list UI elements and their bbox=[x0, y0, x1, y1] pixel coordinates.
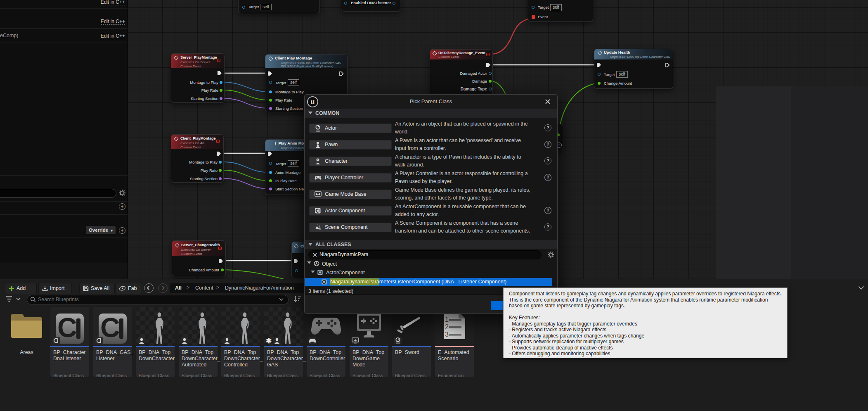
svg-text:1: 1 bbox=[445, 316, 449, 323]
svg-text:3: 3 bbox=[445, 331, 449, 338]
svg-text:2: 2 bbox=[445, 323, 449, 330]
